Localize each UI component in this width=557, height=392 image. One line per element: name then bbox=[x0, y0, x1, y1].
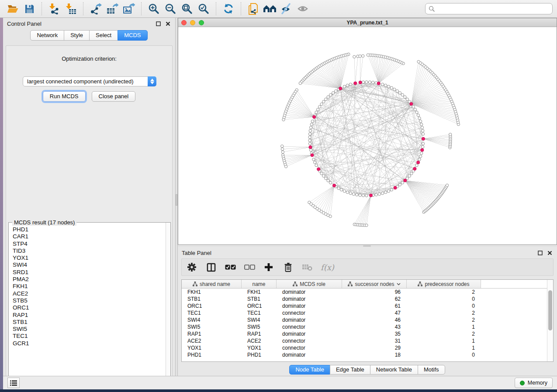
tab-edge-table[interactable]: Edge Table bbox=[330, 365, 370, 375]
float-panel-icon[interactable] bbox=[155, 20, 162, 27]
table-cell[interactable]: ACE2 bbox=[242, 338, 277, 344]
task-history-button[interactable] bbox=[7, 378, 20, 388]
table-row[interactable]: RAP1RAP1dominator352 bbox=[182, 330, 547, 337]
table-cell[interactable]: 0 bbox=[407, 296, 481, 302]
show-all-icon[interactable] bbox=[296, 2, 311, 16]
table-cell[interactable]: 2 bbox=[407, 331, 481, 337]
mcds-result-item[interactable]: RAP1 bbox=[9, 312, 165, 319]
tab-select[interactable]: Select bbox=[89, 30, 118, 41]
splitter-grip[interactable] bbox=[363, 245, 371, 247]
table-row[interactable]: YOX1YOX1connector291 bbox=[182, 344, 547, 351]
mcds-result-item[interactable]: STB1 bbox=[9, 319, 165, 326]
column-header-successor-nodes[interactable]: successor nodes bbox=[342, 280, 407, 288]
mcds-result-item[interactable]: YOX1 bbox=[9, 254, 165, 261]
mcds-result-item[interactable]: SWI4 bbox=[9, 261, 165, 268]
splitter-grip[interactable] bbox=[176, 194, 177, 206]
network-graph[interactable] bbox=[178, 27, 557, 244]
column-header-predecessor-nodes[interactable]: predecessor nodes bbox=[407, 280, 481, 288]
export-table-icon[interactable] bbox=[105, 2, 120, 16]
mcds-result-item[interactable]: ORC1 bbox=[9, 304, 165, 311]
table-cell[interactable]: 47 bbox=[342, 310, 407, 316]
close-panel-icon[interactable] bbox=[546, 249, 553, 256]
table-cell[interactable]: 46 bbox=[342, 317, 407, 323]
table-scrollbar-thumb[interactable] bbox=[548, 290, 552, 330]
network-canvas[interactable] bbox=[178, 27, 557, 244]
mcds-result-item[interactable]: FKH1 bbox=[9, 283, 165, 290]
deselect-all-icon[interactable] bbox=[244, 261, 255, 273]
mcds-result-item[interactable]: SRD1 bbox=[9, 269, 165, 276]
table-cell[interactable]: YOX1 bbox=[182, 345, 242, 351]
function-builder-icon[interactable]: f(x) bbox=[321, 263, 334, 272]
refresh-view-icon[interactable] bbox=[221, 2, 236, 16]
optimization-criterion-select[interactable]: largest connected component (undirected) bbox=[23, 76, 156, 86]
close-panel-icon[interactable] bbox=[164, 20, 171, 27]
delete-row-icon[interactable] bbox=[282, 261, 294, 273]
table-cell[interactable]: dominator bbox=[277, 331, 342, 337]
table-cell[interactable]: dominator bbox=[277, 296, 342, 302]
home-layout-icon[interactable] bbox=[263, 2, 277, 16]
zoom-out-icon[interactable] bbox=[163, 2, 178, 16]
zoom-selected-icon[interactable] bbox=[196, 2, 211, 16]
mcds-result-item[interactable]: TEC1 bbox=[9, 333, 165, 340]
table-cell[interactable]: connector bbox=[277, 324, 342, 330]
table-cell[interactable]: FKH1 bbox=[182, 289, 242, 295]
table-cell[interactable]: 0 bbox=[407, 303, 481, 309]
tab-network-table[interactable]: Network Table bbox=[370, 365, 418, 375]
tab-style[interactable]: Style bbox=[64, 30, 90, 41]
save-session-icon[interactable] bbox=[22, 2, 37, 16]
table-cell[interactable]: TEC1 bbox=[182, 310, 242, 316]
table-cell[interactable]: 62 bbox=[342, 296, 407, 302]
tab-motifs[interactable]: Motifs bbox=[418, 365, 445, 375]
table-cell[interactable]: 1 bbox=[407, 338, 481, 344]
table-cell[interactable]: ACE2 bbox=[182, 338, 242, 344]
table-cell[interactable]: STB1 bbox=[182, 296, 242, 302]
table-row[interactable]: SWI5SWI5connector431 bbox=[182, 323, 547, 330]
table-cell[interactable]: RAP1 bbox=[182, 331, 242, 337]
mcds-result-item[interactable]: PMA2 bbox=[9, 276, 165, 283]
mcds-result-item[interactable]: PHD1 bbox=[9, 226, 165, 233]
table-cell[interactable]: FKH1 bbox=[242, 289, 277, 295]
column-header-shared-name[interactable]: shared name bbox=[182, 280, 242, 288]
run-mcds-button[interactable]: Run MCDS bbox=[43, 91, 86, 102]
table-cell[interactable]: YOX1 bbox=[242, 345, 277, 351]
zoom-in-icon[interactable] bbox=[146, 2, 161, 16]
share-document-icon[interactable] bbox=[246, 2, 261, 16]
table-cell[interactable]: ORC1 bbox=[182, 303, 242, 309]
table-cell[interactable]: 18 bbox=[342, 352, 407, 358]
table-cell[interactable]: SWI4 bbox=[182, 317, 242, 323]
memory-button[interactable]: Memory bbox=[515, 378, 553, 388]
mcds-result-item[interactable]: SWI5 bbox=[9, 326, 165, 333]
table-cell[interactable]: 96 bbox=[342, 289, 407, 295]
table-cell[interactable]: 35 bbox=[342, 331, 407, 337]
table-row[interactable]: FKH1FKH1dominator962 bbox=[182, 289, 547, 296]
table-cell[interactable]: ORC1 bbox=[242, 303, 277, 309]
table-cell[interactable]: connector bbox=[277, 338, 342, 344]
table-cell[interactable]: 0 bbox=[407, 352, 481, 358]
open-file-icon[interactable] bbox=[5, 2, 20, 16]
table-cell[interactable]: SWI4 bbox=[242, 317, 277, 323]
close-panel-button[interactable]: Close panel bbox=[92, 91, 136, 102]
table-cell[interactable]: dominator bbox=[277, 352, 342, 358]
clear-table-icon[interactable] bbox=[301, 261, 313, 273]
columns-icon[interactable] bbox=[205, 261, 217, 273]
table-cell[interactable]: dominator bbox=[277, 289, 342, 295]
table-cell[interactable]: 2 bbox=[407, 317, 481, 323]
search-field[interactable] bbox=[425, 3, 553, 14]
table-cell[interactable]: 1 bbox=[407, 345, 481, 351]
mcds-result-item[interactable]: STB5 bbox=[9, 297, 165, 304]
table-row[interactable]: STB1STB1dominator620 bbox=[182, 296, 547, 303]
tab-node-table[interactable]: Node Table bbox=[289, 365, 330, 375]
table-row[interactable]: PHD1PHD1dominator180 bbox=[182, 351, 547, 358]
mcds-result-item[interactable]: CAR1 bbox=[9, 233, 165, 240]
table-cell[interactable]: STB1 bbox=[242, 296, 277, 302]
column-header-name[interactable]: name bbox=[242, 280, 277, 288]
table-cell[interactable]: 2 bbox=[407, 289, 481, 295]
add-row-icon[interactable] bbox=[263, 261, 274, 273]
table-cell[interactable]: 29 bbox=[342, 345, 407, 351]
mcds-list-scrollbar[interactable] bbox=[166, 223, 170, 384]
table-cell[interactable]: TEC1 bbox=[242, 310, 277, 316]
table-row[interactable]: TEC1TEC1connector472 bbox=[182, 309, 547, 316]
table-cell[interactable]: SWI5 bbox=[242, 324, 277, 330]
import-table-icon[interactable] bbox=[63, 2, 78, 16]
mcds-result-item[interactable]: GCR1 bbox=[9, 340, 165, 347]
